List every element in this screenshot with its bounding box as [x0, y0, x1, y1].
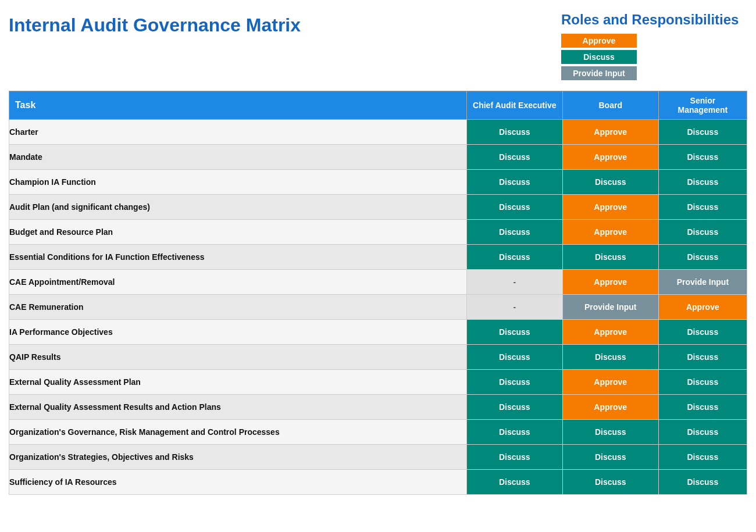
task-cell: QAIP Results — [9, 345, 467, 370]
role-cell-board: Approve — [562, 270, 658, 295]
role-cell-board: Discuss — [562, 245, 658, 270]
role-cell-senior_mgmt: Discuss — [658, 120, 747, 145]
role-cell-cae: Discuss — [466, 395, 562, 420]
role-cell-cae: Discuss — [466, 170, 562, 195]
task-cell: Audit Plan (and significant changes) — [9, 195, 467, 220]
table-row: Organization's Strategies, Objectives an… — [9, 445, 747, 470]
table-row: CAE Appointment/Removal-ApproveProvide I… — [9, 270, 747, 295]
role-cell-senior_mgmt: Discuss — [658, 145, 747, 170]
role-badge-cae: Discuss — [467, 170, 562, 194]
role-cell-cae: Discuss — [466, 145, 562, 170]
col-header-board: Board — [562, 91, 658, 120]
task-cell: External Quality Assessment Results and … — [9, 395, 467, 420]
task-cell: Sufficiency of IA Resources — [9, 470, 467, 495]
role-badge-cae: Discuss — [467, 420, 562, 444]
role-cell-senior_mgmt: Provide Input — [658, 270, 747, 295]
role-cell-cae: - — [466, 270, 562, 295]
table-row: Champion IA FunctionDiscussDiscussDiscus… — [9, 170, 747, 195]
table-row: Budget and Resource PlanDiscussApproveDi… — [9, 220, 747, 245]
role-badge-board: Provide Input — [563, 295, 658, 319]
role-badge-senior_mgmt: Discuss — [659, 370, 747, 394]
role-badge-cae: - — [467, 295, 562, 319]
role-cell-senior_mgmt: Discuss — [658, 370, 747, 395]
role-badge-senior_mgmt: Discuss — [659, 395, 747, 419]
role-badge-senior_mgmt: Discuss — [659, 220, 747, 244]
role-cell-board: Approve — [562, 370, 658, 395]
role-cell-senior_mgmt: Discuss — [658, 445, 747, 470]
page-title: Internal Audit Governance Matrix — [9, 12, 301, 36]
role-badge-board: Approve — [563, 195, 658, 219]
table-row: Organization's Governance, Risk Manageme… — [9, 420, 747, 445]
role-cell-senior_mgmt: Discuss — [658, 170, 747, 195]
role-cell-senior_mgmt: Discuss — [658, 245, 747, 270]
role-badge-cae: Discuss — [467, 345, 562, 369]
col-header-task: Task — [9, 91, 467, 120]
role-cell-cae: Discuss — [466, 220, 562, 245]
role-badge-cae: Discuss — [467, 445, 562, 469]
role-badge-board: Approve — [563, 370, 658, 394]
task-cell: Essential Conditions for IA Function Eff… — [9, 245, 467, 270]
task-cell: Budget and Resource Plan — [9, 220, 467, 245]
role-cell-cae: Discuss — [466, 245, 562, 270]
role-cell-senior_mgmt: Discuss — [658, 345, 747, 370]
role-cell-cae: Discuss — [466, 345, 562, 370]
role-cell-cae: Discuss — [466, 195, 562, 220]
role-badge-senior_mgmt: Discuss — [659, 120, 747, 144]
table-header-row: Task Chief Audit Executive Board Senior … — [9, 91, 747, 120]
role-cell-cae: - — [466, 295, 562, 320]
role-badge-cae: Discuss — [467, 320, 562, 344]
legend-title: Roles and Responsibilities — [561, 12, 739, 28]
legend-provide-input: Provide Input — [561, 66, 637, 80]
table-row: External Quality Assessment Results and … — [9, 395, 747, 420]
role-badge-senior_mgmt: Discuss — [659, 195, 747, 219]
table-row: IA Performance ObjectivesDiscussApproveD… — [9, 320, 747, 345]
task-cell: IA Performance Objectives — [9, 320, 467, 345]
role-badge-board: Discuss — [563, 445, 658, 469]
role-cell-board: Discuss — [562, 470, 658, 495]
table-row: QAIP ResultsDiscussDiscussDiscuss — [9, 345, 747, 370]
role-badge-cae: Discuss — [467, 145, 562, 169]
col-header-cae: Chief Audit Executive — [466, 91, 562, 120]
legend-discuss: Discuss — [561, 50, 637, 64]
matrix-table: Task Chief Audit Executive Board Senior … — [9, 91, 747, 495]
role-cell-cae: Discuss — [466, 445, 562, 470]
role-badge-cae: Discuss — [467, 245, 562, 269]
task-cell: Organization's Strategies, Objectives an… — [9, 445, 467, 470]
col-header-senior-mgmt: Senior Management — [658, 91, 747, 120]
role-badge-board: Approve — [563, 220, 658, 244]
role-badge-cae: Discuss — [467, 220, 562, 244]
role-cell-senior_mgmt: Approve — [658, 295, 747, 320]
role-cell-board: Approve — [562, 145, 658, 170]
role-cell-board: Discuss — [562, 420, 658, 445]
task-cell: Mandate — [9, 145, 467, 170]
table-row: Essential Conditions for IA Function Eff… — [9, 245, 747, 270]
role-cell-senior_mgmt: Discuss — [658, 320, 747, 345]
role-cell-senior_mgmt: Discuss — [658, 195, 747, 220]
task-cell: CAE Remuneration — [9, 295, 467, 320]
role-cell-board: Discuss — [562, 345, 658, 370]
legend-section: Roles and Responsibilities Approve Discu… — [561, 12, 747, 80]
role-badge-senior_mgmt: Discuss — [659, 345, 747, 369]
table-row: Sufficiency of IA ResourcesDiscussDiscus… — [9, 470, 747, 495]
role-cell-cae: Discuss — [466, 420, 562, 445]
table-row: CAE Remuneration-Provide InputApprove — [9, 295, 747, 320]
role-cell-board: Approve — [562, 195, 658, 220]
role-badge-board: Approve — [563, 320, 658, 344]
task-cell: Organization's Governance, Risk Manageme… — [9, 420, 467, 445]
table-row: CharterDiscussApproveDiscuss — [9, 120, 747, 145]
role-badge-senior_mgmt: Approve — [659, 295, 747, 319]
role-badge-cae: - — [467, 270, 562, 294]
role-cell-cae: Discuss — [466, 370, 562, 395]
role-cell-board: Approve — [562, 395, 658, 420]
role-cell-board: Approve — [562, 220, 658, 245]
role-badge-board: Approve — [563, 120, 658, 144]
role-badge-cae: Discuss — [467, 370, 562, 394]
role-badge-senior_mgmt: Discuss — [659, 245, 747, 269]
role-badge-senior_mgmt: Discuss — [659, 170, 747, 194]
role-badge-board: Discuss — [563, 170, 658, 194]
role-cell-senior_mgmt: Discuss — [658, 470, 747, 495]
role-cell-senior_mgmt: Discuss — [658, 395, 747, 420]
role-badge-cae: Discuss — [467, 395, 562, 419]
role-badge-board: Approve — [563, 145, 658, 169]
role-badge-board: Discuss — [563, 420, 658, 444]
